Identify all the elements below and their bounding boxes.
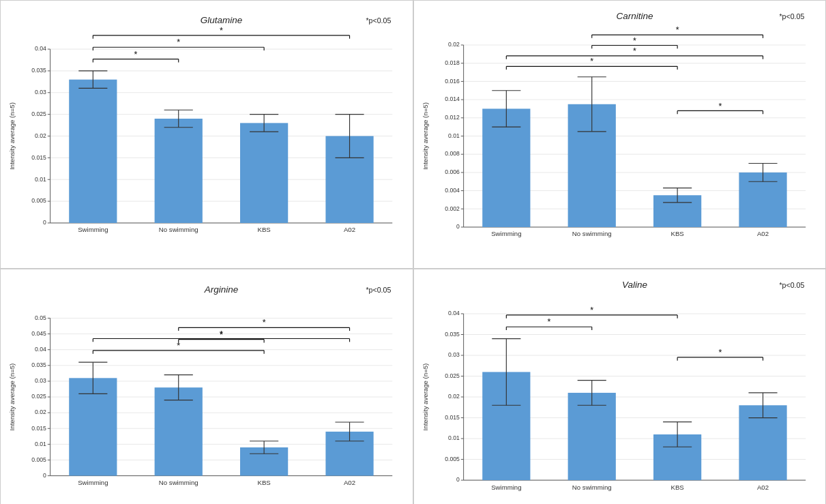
svg-text:0.03: 0.03 — [447, 351, 459, 358]
svg-text:*: * — [177, 38, 180, 47]
svg-text:*p<0.05: *p<0.05 — [366, 16, 391, 25]
svg-text:0.025: 0.025 — [445, 372, 460, 379]
svg-glutamine: 00.0050.010.0150.020.0250.030.0350.04Int… — [8, 8, 406, 261]
svg-text:*p<0.05: *p<0.05 — [366, 286, 391, 294]
svg-arginine: 00.0050.010.0150.020.0250.030.0350.040.0… — [8, 276, 406, 504]
svg-text:Glutamine: Glutamine — [201, 15, 242, 25]
svg-text:KBS: KBS — [257, 226, 270, 233]
svg-rect-30 — [69, 80, 117, 223]
svg-text:A02: A02 — [344, 479, 355, 486]
svg-text:0.025: 0.025 — [31, 394, 46, 400]
svg-text:0.035: 0.035 — [445, 331, 460, 338]
svg-text:0.014: 0.014 — [445, 95, 460, 102]
chart-valine: 00.0050.010.0150.020.0250.030.0350.04Int… — [413, 269, 827, 504]
svg-text:0.01: 0.01 — [447, 435, 459, 442]
chart-glutamine: 00.0050.010.0150.020.0250.030.0350.04Int… — [0, 0, 413, 269]
svg-text:*: * — [718, 348, 722, 357]
svg-text:A02: A02 — [344, 226, 355, 233]
svg-rect-183 — [155, 387, 203, 475]
chart-carnitine: 00.0020.0040.0060.0080.010.0120.0140.016… — [413, 0, 827, 269]
svg-text:Swimming: Swimming — [491, 484, 521, 491]
svg-text:0.008: 0.008 — [445, 150, 460, 157]
svg-text:KBS: KBS — [670, 484, 683, 491]
svg-text:0.015: 0.015 — [31, 154, 46, 161]
svg-text:0.002: 0.002 — [445, 205, 460, 212]
svg-text:0.01: 0.01 — [35, 441, 46, 447]
svg-text:0.01: 0.01 — [447, 132, 459, 139]
svg-text:*p<0.05: *p<0.05 — [779, 282, 804, 290]
svg-rect-40 — [240, 123, 288, 223]
svg-text:*: * — [632, 36, 636, 46]
svg-text:0.005: 0.005 — [445, 456, 460, 462]
svg-text:0.05: 0.05 — [35, 314, 46, 321]
svg-text:KBS: KBS — [257, 479, 270, 486]
svg-text:0.04: 0.04 — [35, 45, 46, 52]
svg-text:0.02: 0.02 — [35, 132, 46, 139]
svg-text:*: * — [718, 102, 722, 111]
svg-text:0: 0 — [456, 477, 460, 484]
svg-text:Intensity average (n=5): Intensity average (n=5) — [421, 364, 428, 431]
chart-area-glutamine: 00.0050.010.0150.020.0250.030.0350.04Int… — [8, 8, 406, 261]
svg-text:*p<0.05: *p<0.05 — [779, 12, 804, 20]
svg-rect-35 — [155, 119, 203, 223]
svg-text:*: * — [547, 318, 550, 327]
svg-text:Intensity average (n=5): Intensity average (n=5) — [8, 102, 16, 170]
svg-text:0.01: 0.01 — [35, 176, 46, 183]
svg-rect-251 — [567, 393, 615, 480]
svg-text:0.004: 0.004 — [445, 187, 460, 194]
svg-text:0.045: 0.045 — [31, 330, 46, 337]
svg-text:0.02: 0.02 — [447, 394, 459, 400]
svg-text:0.02: 0.02 — [35, 409, 46, 416]
svg-text:No swimming: No swimming — [159, 479, 198, 486]
svg-text:*: * — [220, 26, 223, 35]
svg-text:Arginine: Arginine — [204, 284, 238, 295]
svg-text:0.015: 0.015 — [31, 425, 46, 432]
svg-text:A02: A02 — [756, 484, 768, 491]
chart-area-carnitine: 00.0020.0040.0060.0080.010.0120.0140.016… — [421, 8, 819, 261]
svg-text:0.035: 0.035 — [31, 361, 46, 368]
chart-arginine: 00.0050.010.0150.020.0250.030.0350.040.0… — [0, 269, 413, 504]
svg-text:Carnitine: Carnitine — [616, 11, 653, 21]
svg-text:0.04: 0.04 — [447, 310, 459, 316]
svg-text:0.015: 0.015 — [445, 414, 460, 421]
svg-text:*: * — [675, 25, 679, 35]
svg-carnitine: 00.0020.0040.0060.0080.010.0120.0140.016… — [421, 8, 819, 261]
svg-text:0.005: 0.005 — [31, 456, 46, 463]
svg-text:*: * — [590, 57, 593, 66]
svg-text:*: * — [263, 318, 266, 328]
svg-text:*: * — [632, 46, 636, 56]
svg-text:No swimming: No swimming — [572, 230, 611, 237]
svg-text:0.035: 0.035 — [31, 67, 46, 74]
svg-text:0.012: 0.012 — [445, 114, 460, 121]
svg-text:0.016: 0.016 — [445, 78, 460, 85]
svg-text:0.02: 0.02 — [447, 41, 459, 48]
svg-text:A02: A02 — [756, 230, 768, 237]
svg-valine: 00.0050.010.0150.020.0250.030.0350.04Int… — [421, 276, 819, 504]
svg-text:No swimming: No swimming — [159, 226, 198, 233]
chart-area-valine: 00.0050.010.0150.020.0250.030.0350.04Int… — [421, 276, 819, 504]
svg-text:Swimming: Swimming — [78, 479, 108, 486]
svg-text:0: 0 — [43, 219, 46, 226]
svg-text:Intensity average (n=5): Intensity average (n=5) — [421, 102, 428, 170]
svg-text:*: * — [220, 330, 223, 340]
svg-text:0.005: 0.005 — [31, 197, 46, 204]
svg-text:Swimming: Swimming — [78, 226, 108, 233]
svg-text:0.025: 0.025 — [31, 110, 46, 117]
svg-text:No swimming: No swimming — [572, 484, 611, 491]
svg-text:0: 0 — [43, 472, 46, 479]
svg-text:*: * — [590, 306, 593, 315]
svg-text:*: * — [134, 50, 138, 59]
svg-text:0.006: 0.006 — [445, 168, 460, 175]
svg-text:Valine: Valine — [621, 280, 647, 291]
svg-text:0.03: 0.03 — [35, 89, 46, 95]
chart-area-arginine: 00.0050.010.0150.020.0250.030.0350.040.0… — [8, 276, 406, 504]
svg-text:0.03: 0.03 — [35, 377, 46, 384]
svg-text:Swimming: Swimming — [491, 230, 521, 237]
svg-text:KBS: KBS — [670, 230, 683, 237]
svg-text:0.018: 0.018 — [445, 59, 460, 66]
svg-text:0.04: 0.04 — [35, 346, 46, 353]
svg-text:Intensity average (n=5): Intensity average (n=5) — [8, 364, 16, 431]
svg-text:0: 0 — [456, 223, 460, 230]
